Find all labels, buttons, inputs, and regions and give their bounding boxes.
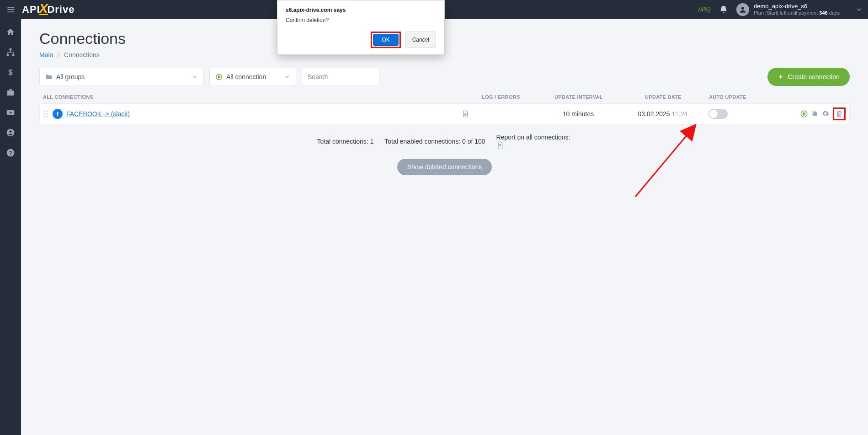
svg-point-3 [741,7,744,10]
report-label: Report on all connections: [496,134,572,149]
nav-connections[interactable] [5,47,16,57]
ok-button-highlight: OK [371,32,400,48]
breadcrumb-separator: / [58,51,59,59]
bell-icon [719,5,728,14]
delete-button[interactable] [836,110,843,118]
svg-rect-30 [813,112,817,116]
summary-row: Total connections: 1 Total enabled conne… [39,134,850,149]
connection-row[interactable]: f FACEBOOK -> (slack) 10 minutes 03.02.2… [39,103,850,124]
status-dropdown-label: All connection [226,73,266,81]
briefcase-icon [6,88,15,97]
menu-toggle-button[interactable] [5,4,16,15]
svg-point-12 [10,130,12,133]
avatar [736,3,749,16]
user-circle-icon [6,128,15,137]
groups-dropdown[interactable]: All groups [39,68,204,86]
dialog-cancel-button[interactable]: Cancel [405,32,436,48]
col-header-interval: UPDATE INTERVAL [540,94,618,100]
user-menu-chevron[interactable] [855,6,863,13]
plan-prefix: Plan |Start| left until payment [754,10,819,16]
logo[interactable]: API X Drive [22,4,75,16]
enabled-connections-label: Total enabled connections: 0 of 100 [384,138,485,145]
groups-dropdown-label: All groups [56,73,85,81]
home-icon [6,27,15,37]
chevron-down-icon [284,74,290,80]
time-part: 11:24 [671,110,687,118]
total-connections-label: Total connections: 1 [317,138,374,145]
user-name-label: demo_apix-drive_s6 [754,3,840,10]
play-circle-icon [215,73,223,81]
run-button[interactable] [800,110,808,118]
main-content: Connections Main / Connections All group… [21,19,868,435]
facebook-icon: f [53,109,63,119]
drag-handle[interactable] [43,110,50,118]
user-icon [739,5,747,14]
user-menu[interactable]: demo_apix-drive_s6 Plan |Start| left unt… [736,3,840,16]
dialog-host: s6.apix-drive.com says [286,7,436,13]
auto-update-toggle[interactable] [708,109,728,119]
nav-billing[interactable]: $ [5,67,16,77]
logo-part-api: API [22,4,40,16]
nav-video[interactable] [5,107,16,118]
interval-value: 10 minutes [539,110,617,118]
dialog-message: Confirm deletion? [286,17,436,23]
breadcrumb-current: Connections [64,51,100,59]
plus-icon [777,74,784,80]
svg-rect-4 [10,48,12,50]
sidebar: $ ? [0,19,21,435]
create-connection-label: Create connection [788,73,840,81]
nav-account[interactable] [5,128,16,138]
youtube-icon [6,108,15,117]
create-connection-button[interactable]: Create connection [767,68,850,86]
report-download-button[interactable] [496,141,572,149]
delete-button-highlight [833,107,846,120]
report-text: Report on all connections: [496,134,570,141]
dollar-icon: $ [6,68,15,77]
status-dropdown[interactable]: All connection [209,68,296,86]
user-plan-label: Plan |Start| left until payment 346 days [754,10,840,16]
svg-rect-6 [12,54,14,56]
play-icon [800,110,808,118]
copy-icon [811,110,818,117]
question-icon: ? [6,148,15,157]
connection-name-link[interactable]: FACEBOOK -> (slack) [66,110,130,118]
dialog-ok-button[interactable]: OK [373,34,398,46]
breadcrumb-main-link[interactable]: Main [39,51,53,59]
plan-suffix: days [828,10,840,16]
trash-icon [836,110,843,118]
chevron-down-icon [855,6,863,13]
show-deleted-button[interactable]: Show deleted connections [397,159,492,175]
filters-row: All groups All connection Create connect… [39,68,850,86]
search-input[interactable] [302,68,379,86]
gear-icon [822,110,829,117]
col-header-auto: AUTO UPDATE [709,94,791,100]
svg-point-22 [47,113,48,115]
plan-days: 346 [819,10,827,16]
grip-icon [43,110,48,118]
confirm-dialog: s6.apix-drive.com says Confirm deletion?… [277,0,445,55]
topbar-right: (4%) demo_apix-drive_s6 Plan |Start| lef… [698,3,863,16]
col-header-log: LOG / ERRORS [462,94,540,100]
settings-button[interactable] [822,110,830,118]
sitemap-icon [6,48,15,57]
date-part: 03.02.2025 [638,110,670,118]
table-header: ALL CONNECTIONS LOG / ERRORS UPDATE INTE… [39,94,850,100]
col-header-date: UPDATE DATE [618,94,709,100]
notifications-button[interactable] [719,5,728,14]
usage-percent: (4%) [698,6,711,13]
svg-rect-5 [7,54,9,56]
document-icon [496,141,504,149]
log-button[interactable] [462,110,539,118]
svg-rect-8 [7,91,14,96]
svg-point-21 [44,113,45,115]
nav-home[interactable] [5,27,16,37]
svg-text:$: $ [8,68,13,77]
copy-button[interactable] [811,110,819,118]
folder-icon [45,73,53,81]
nav-help[interactable]: ? [5,148,16,158]
svg-point-23 [44,116,45,118]
nav-tools[interactable] [5,87,16,97]
logo-part-drive: Drive [47,4,75,16]
svg-marker-16 [218,75,220,78]
hamburger-icon [6,5,16,14]
